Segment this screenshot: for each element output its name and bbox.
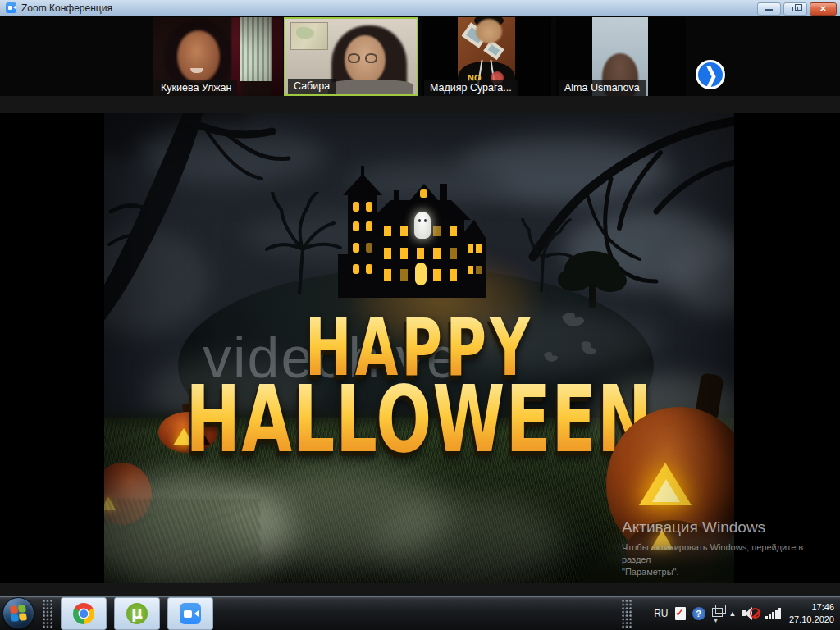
participant-video-madiyar[interactable]: NO Мадияр Сурага...: [422, 17, 551, 96]
ghost-icon: [414, 212, 431, 239]
tray-date: 27.10.2020: [789, 614, 834, 626]
restore-button[interactable]: [783, 2, 807, 16]
shared-video-stage: videohive: [0, 113, 840, 583]
minimize-icon: [765, 9, 773, 11]
windows-activation-watermark: Активация Windows Чтобы активировать Win…: [622, 518, 819, 578]
chrome-icon: [73, 603, 94, 624]
tray-grip[interactable]: [622, 600, 632, 628]
participant-name: Сабира: [288, 79, 336, 94]
halloween-artwork: videohive: [104, 113, 734, 583]
participant-video-alma[interactable]: Alma Usmanova: [556, 17, 686, 96]
participants-strip: Кукиева Улжан Сабира NO Мадияр: [0, 16, 840, 96]
zoom-app-icon: [6, 2, 16, 13]
windows-taskbar: µ RU ? ▲ 17:46 27.10.2020: [0, 596, 840, 630]
window-title: Zoom Конференция: [21, 2, 112, 14]
network-signal-icon[interactable]: [765, 608, 781, 619]
window-titlebar[interactable]: Zoom Конференция ✕: [0, 0, 840, 16]
help-icon[interactable]: ?: [692, 607, 705, 620]
participant-name: Кукиева Улжан: [155, 80, 237, 96]
participant-video-sabira-active-speaker[interactable]: Сабира: [284, 17, 418, 96]
taskbar-grip[interactable]: [43, 600, 52, 628]
tray-time: 17:46: [789, 601, 834, 614]
windows-logo-icon: [10, 605, 28, 623]
bushy-tree: [551, 243, 633, 308]
language-indicator[interactable]: RU: [654, 608, 668, 619]
haunted-house: [338, 162, 486, 298]
volume-muted-icon[interactable]: [742, 606, 759, 621]
participant-video-kukieva[interactable]: Кукиева Улжан: [153, 17, 283, 96]
taskbar-button-utorrent[interactable]: µ: [114, 597, 160, 630]
taskbar-button-zoom[interactable]: [167, 597, 213, 630]
clock[interactable]: 17:46 27.10.2020: [789, 601, 834, 626]
start-button[interactable]: [2, 597, 34, 629]
participant-name: Alma Usmanova: [559, 80, 646, 96]
zoom-camera-icon: [180, 603, 201, 624]
show-hidden-icons-arrow[interactable]: ▲: [729, 609, 737, 618]
action-center-icon[interactable]: [675, 607, 686, 620]
activation-title: Активация Windows: [622, 518, 819, 536]
window-tray-icon[interactable]: [712, 608, 723, 617]
screen-share-area: videohive: [0, 96, 840, 596]
minimize-button[interactable]: [757, 2, 781, 16]
glowing-door: [415, 262, 427, 285]
taskbar-button-chrome[interactable]: [61, 597, 107, 630]
zoom-meeting-window: Zoom Конференция ✕ Кукиева Улжан Сабира: [0, 0, 840, 630]
close-button[interactable]: ✕: [810, 2, 837, 16]
next-participants-page-button[interactable]: ❯: [696, 60, 725, 89]
participant-name: Мадияр Сурага...: [424, 80, 518, 96]
utorrent-icon: µ: [126, 603, 148, 624]
glasses: [348, 53, 360, 63]
system-tray: RU ? ▲ 17:46 27.10.2020: [654, 596, 838, 630]
wall-map: [290, 22, 328, 50]
chevron-right-icon: ❯: [705, 65, 718, 85]
restore-icon: [792, 7, 798, 11]
